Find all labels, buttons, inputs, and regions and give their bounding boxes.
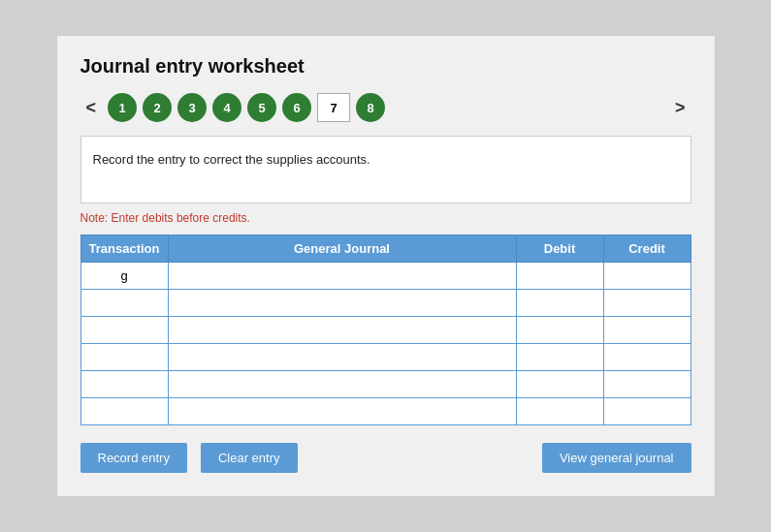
table-row xyxy=(80,371,691,398)
table-row xyxy=(80,398,691,425)
journal-input[interactable] xyxy=(169,317,516,343)
debit-input[interactable] xyxy=(517,263,603,289)
credit-input[interactable] xyxy=(604,371,691,397)
table-row xyxy=(80,317,691,344)
step-6[interactable]: 6 xyxy=(282,93,311,122)
journal-cell[interactable] xyxy=(168,344,516,371)
note-text: Note: Enter debits before credits. xyxy=(80,211,691,225)
journal-cell[interactable] xyxy=(168,317,516,344)
record-entry-button[interactable]: Record entry xyxy=(80,443,187,473)
debit-input[interactable] xyxy=(517,290,603,316)
credit-cell[interactable] xyxy=(603,371,691,398)
next-arrow[interactable]: > xyxy=(669,96,691,120)
header-debit: Debit xyxy=(516,235,603,263)
debit-cell[interactable] xyxy=(516,371,603,398)
view-journal-button[interactable]: View general journal xyxy=(542,443,691,473)
header-transaction: Transaction xyxy=(80,235,168,263)
step-navigation: < 1 2 3 4 5 6 7 8 > xyxy=(80,93,691,122)
page-title: Journal entry worksheet xyxy=(80,55,691,78)
credit-input[interactable] xyxy=(604,263,691,289)
journal-cell[interactable] xyxy=(168,290,516,317)
journal-input[interactable] xyxy=(169,263,516,289)
button-row: Record entry Clear entry View general jo… xyxy=(80,443,691,473)
credit-input[interactable] xyxy=(604,344,691,370)
journal-input[interactable] xyxy=(169,398,516,424)
table-row xyxy=(80,344,691,371)
debit-input[interactable] xyxy=(517,344,603,370)
debit-input[interactable] xyxy=(517,398,603,424)
header-journal: General Journal xyxy=(168,235,516,263)
step-8[interactable]: 8 xyxy=(356,93,385,122)
journal-cell[interactable] xyxy=(168,398,516,425)
transaction-cell xyxy=(80,290,168,317)
debit-cell[interactable] xyxy=(516,398,603,425)
step-1[interactable]: 1 xyxy=(108,93,137,122)
debit-cell[interactable] xyxy=(516,290,603,317)
journal-table: Transaction General Journal Debit Credit… xyxy=(80,235,691,425)
journal-cell[interactable] xyxy=(168,263,516,290)
step-7-current[interactable]: 7 xyxy=(317,93,350,122)
transaction-cell xyxy=(80,317,168,344)
debit-cell[interactable] xyxy=(516,317,603,344)
step-3[interactable]: 3 xyxy=(177,93,207,122)
journal-input[interactable] xyxy=(169,344,516,370)
step-4[interactable]: 4 xyxy=(212,93,241,122)
credit-input[interactable] xyxy=(604,398,691,424)
credit-cell[interactable] xyxy=(603,290,691,317)
worksheet-container: Journal entry worksheet < 1 2 3 4 5 6 7 … xyxy=(56,35,716,497)
instruction-box: Record the entry to correct the supplies… xyxy=(80,136,691,203)
table-row: g xyxy=(80,263,691,290)
transaction-cell xyxy=(80,371,168,398)
step-5[interactable]: 5 xyxy=(247,93,276,122)
instruction-text: Record the entry to correct the supplies… xyxy=(93,152,370,167)
transaction-cell xyxy=(80,398,168,425)
clear-entry-button[interactable]: Clear entry xyxy=(201,443,298,473)
credit-cell[interactable] xyxy=(603,317,691,344)
step-2[interactable]: 2 xyxy=(143,93,172,122)
debit-cell[interactable] xyxy=(516,344,603,371)
credit-input[interactable] xyxy=(604,317,691,343)
transaction-cell: g xyxy=(80,263,168,290)
credit-cell[interactable] xyxy=(603,398,691,425)
debit-input[interactable] xyxy=(517,371,603,397)
credit-input[interactable] xyxy=(604,290,691,316)
credit-cell[interactable] xyxy=(603,344,691,371)
journal-input[interactable] xyxy=(169,290,516,316)
header-credit: Credit xyxy=(603,235,691,263)
transaction-cell xyxy=(80,344,168,371)
debit-cell[interactable] xyxy=(516,263,603,290)
prev-arrow[interactable]: < xyxy=(80,96,103,120)
journal-input[interactable] xyxy=(169,371,516,397)
table-row xyxy=(80,290,691,317)
credit-cell[interactable] xyxy=(603,263,691,290)
journal-cell[interactable] xyxy=(168,371,516,398)
debit-input[interactable] xyxy=(517,317,603,343)
